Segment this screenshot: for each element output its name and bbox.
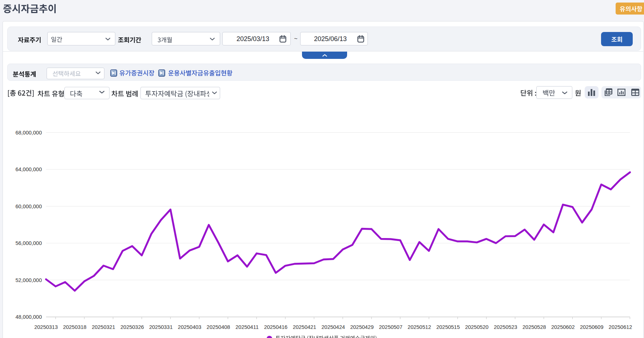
svg-text:20250609: 20250609 xyxy=(580,324,604,330)
svg-text:68,000,000: 68,000,000 xyxy=(15,130,42,136)
svg-text:20250612: 20250612 xyxy=(609,324,632,330)
svg-text:48,000,000: 48,000,000 xyxy=(15,314,42,320)
svg-text:20250528: 20250528 xyxy=(522,324,546,330)
svg-text:64,000,000: 64,000,000 xyxy=(15,166,42,172)
svg-text:20250416: 20250416 xyxy=(264,324,288,330)
svg-text:20250602: 20250602 xyxy=(551,324,575,330)
svg-text:20250313: 20250313 xyxy=(34,324,58,330)
svg-text:20250421: 20250421 xyxy=(293,324,317,330)
svg-text:20250411: 20250411 xyxy=(235,324,258,330)
svg-text:20250408: 20250408 xyxy=(207,324,230,330)
svg-text:20250424: 20250424 xyxy=(322,324,345,330)
svg-text:20250429: 20250429 xyxy=(350,324,374,330)
svg-text:52,000,000: 52,000,000 xyxy=(15,277,42,283)
svg-text:20250318: 20250318 xyxy=(63,324,87,330)
svg-text:60,000,000: 60,000,000 xyxy=(15,204,42,209)
svg-text:20250321: 20250321 xyxy=(92,324,115,330)
svg-text:20250331: 20250331 xyxy=(149,324,173,330)
svg-text:20250515: 20250515 xyxy=(436,324,460,330)
svg-text:20250507: 20250507 xyxy=(379,324,402,330)
svg-text:20250403: 20250403 xyxy=(178,324,202,330)
svg-text:56,000,000: 56,000,000 xyxy=(15,240,42,246)
svg-text:20250523: 20250523 xyxy=(494,324,517,330)
svg-text:20250326: 20250326 xyxy=(120,324,144,330)
svg-text:20250512: 20250512 xyxy=(408,324,431,330)
svg-text:20250520: 20250520 xyxy=(465,324,489,330)
